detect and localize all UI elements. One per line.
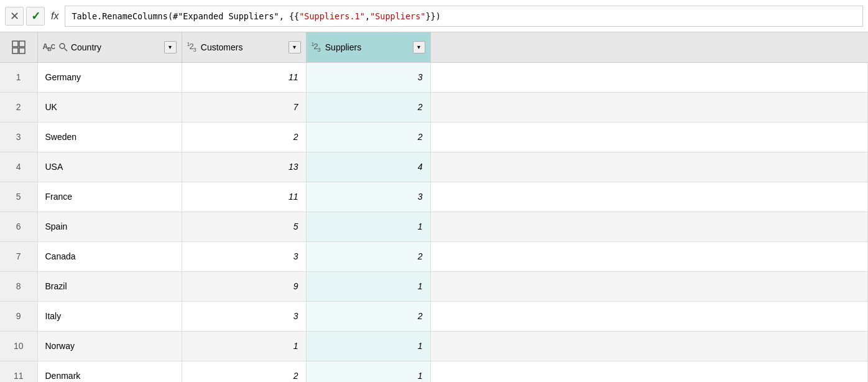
table-row: 10 Norway 1 1 <box>0 331 868 361</box>
table-row: 6 Spain 5 1 <box>0 212 868 241</box>
column-customers-dropdown[interactable]: ▾ <box>289 41 301 54</box>
number-type-icon-suppliers: 123 <box>312 41 320 53</box>
row-number: 8 <box>0 271 37 301</box>
cell-country: Germany <box>37 62 182 92</box>
cell-customers: 13 <box>182 152 306 182</box>
close-icon: ✕ <box>10 9 19 23</box>
formula-text-suffix: }}) <box>425 11 440 21</box>
cell-customers: 3 <box>182 301 306 331</box>
row-number: 10 <box>0 331 37 361</box>
cell-country: Sweden <box>37 122 182 152</box>
cell-customers: 11 <box>182 62 306 92</box>
empty-cell <box>430 271 868 301</box>
cell-suppliers: 2 <box>306 301 430 331</box>
table-container: ABC Country ▾ 123 Customers ▾ <box>0 32 868 382</box>
table-row: 2 UK 7 2 <box>0 92 868 122</box>
cell-country: UK <box>37 92 182 122</box>
formula-text-prefix: Table.RenameColumns(#"Expanded Suppliers… <box>72 11 299 21</box>
empty-cell <box>430 122 868 152</box>
cell-suppliers: 2 <box>306 122 430 152</box>
cell-country: Denmark <box>37 361 182 382</box>
cell-customers: 2 <box>182 361 306 382</box>
search-icon <box>58 42 68 52</box>
cell-suppliers: 1 <box>306 212 430 241</box>
column-customers-label: Customers <box>201 42 243 52</box>
column-country-dropdown[interactable]: ▾ <box>164 41 177 54</box>
cell-customers: 7 <box>182 92 306 122</box>
cancel-button[interactable]: ✕ <box>5 7 24 26</box>
svg-rect-3 <box>19 48 25 54</box>
data-table: ABC Country ▾ 123 Customers ▾ <box>0 32 868 382</box>
row-number: 1 <box>0 62 37 92</box>
row-number: 7 <box>0 241 37 271</box>
cell-suppliers: 1 <box>306 361 430 382</box>
fx-label: fx <box>47 11 62 22</box>
cell-suppliers: 4 <box>306 152 430 182</box>
table-grid-icon <box>12 40 25 54</box>
table-row: 9 Italy 3 2 <box>0 301 868 331</box>
empty-cell <box>430 212 868 241</box>
column-suppliers-label: Suppliers <box>325 42 361 52</box>
table-icon-cell <box>0 32 37 62</box>
cell-country: Spain <box>37 212 182 241</box>
svg-line-5 <box>64 48 67 51</box>
empty-cell <box>430 152 868 182</box>
cell-suppliers: 3 <box>306 182 430 212</box>
cell-customers: 3 <box>182 241 306 271</box>
formula-bar: ✕ ✓ fx Table.RenameColumns(#"Expanded Su… <box>0 0 868 32</box>
empty-cell <box>430 241 868 271</box>
cell-country: Norway <box>37 331 182 361</box>
cell-suppliers: 1 <box>306 271 430 301</box>
cell-customers: 9 <box>182 271 306 301</box>
column-suppliers-dropdown[interactable]: ▾ <box>413 41 425 54</box>
cell-country: USA <box>37 152 182 182</box>
empty-header <box>430 32 868 62</box>
cell-country: Italy <box>37 301 182 331</box>
cell-country: Brazil <box>37 271 182 301</box>
column-header-country[interactable]: ABC Country ▾ <box>37 32 182 62</box>
empty-cell <box>430 361 868 382</box>
column-country-label: Country <box>71 42 101 52</box>
row-number: 5 <box>0 182 37 212</box>
cell-suppliers: 2 <box>306 92 430 122</box>
svg-rect-2 <box>12 48 18 54</box>
row-number: 2 <box>0 92 37 122</box>
cell-customers: 1 <box>182 331 306 361</box>
formula-text-comma: , <box>365 11 370 21</box>
table-row: 1 Germany 11 3 <box>0 62 868 92</box>
cell-suppliers: 1 <box>306 331 430 361</box>
empty-cell <box>430 92 868 122</box>
row-number: 3 <box>0 122 37 152</box>
empty-cell <box>430 182 868 212</box>
cell-customers: 5 <box>182 212 306 241</box>
cell-customers: 11 <box>182 182 306 212</box>
check-icon: ✓ <box>31 9 40 23</box>
row-number: 9 <box>0 301 37 331</box>
table-row: 8 Brazil 9 1 <box>0 271 868 301</box>
cell-customers: 2 <box>182 122 306 152</box>
empty-cell <box>430 62 868 92</box>
svg-rect-1 <box>19 41 25 47</box>
table-row: 7 Canada 3 2 <box>0 241 868 271</box>
row-number: 6 <box>0 212 37 241</box>
confirm-button[interactable]: ✓ <box>26 7 45 26</box>
cell-country: France <box>37 182 182 212</box>
formula-display[interactable]: Table.RenameColumns(#"Expanded Suppliers… <box>65 6 863 27</box>
table-row: 3 Sweden 2 2 <box>0 122 868 152</box>
text-type-icon: ABC <box>43 42 55 52</box>
table-row: 4 USA 13 4 <box>0 152 868 182</box>
empty-cell <box>430 301 868 331</box>
table-body: 1 Germany 11 3 2 UK 7 2 3 Sweden 2 2 4 U… <box>0 62 868 382</box>
row-number: 11 <box>0 361 37 382</box>
table-header-row: ABC Country ▾ 123 Customers ▾ <box>0 32 868 62</box>
table-row: 5 France 11 3 <box>0 182 868 212</box>
column-header-customers[interactable]: 123 Customers ▾ <box>182 32 306 62</box>
svg-rect-0 <box>12 41 18 47</box>
formula-text-arg2: "Suppliers" <box>370 11 425 21</box>
empty-cell <box>430 331 868 361</box>
column-header-suppliers[interactable]: 123 Suppliers ▾ <box>306 32 430 62</box>
number-type-icon-customers: 123 <box>187 41 196 53</box>
formula-text-arg1: "Suppliers.1" <box>299 11 365 21</box>
table-row: 11 Denmark 2 1 <box>0 361 868 382</box>
row-number: 4 <box>0 152 37 182</box>
